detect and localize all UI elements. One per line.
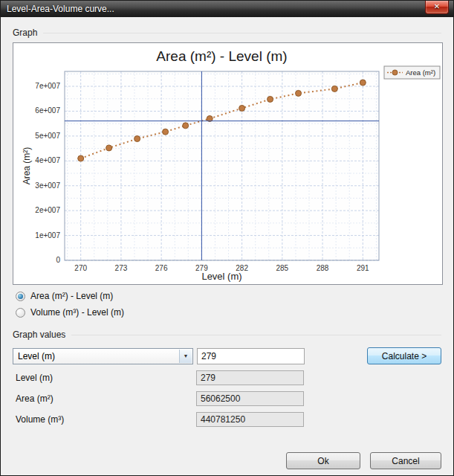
- legend-marker-icon: [392, 70, 398, 75]
- group-rule: [71, 335, 441, 335]
- x-tick-label: 276: [155, 264, 168, 272]
- area-level-chart[interactable]: 27027327627928228528829101e+0072e+0073e+…: [13, 43, 442, 284]
- graph-group-label: Graph: [13, 28, 37, 38]
- radio-volume-level-label: Volume (m³) - Level (m): [30, 307, 124, 318]
- dialog-footer: Ok Cancel: [286, 452, 441, 469]
- x-tick-label: 288: [317, 264, 329, 272]
- result-area-label: Area (m²): [13, 393, 196, 404]
- chart-canvas[interactable]: 27027327627928228528829101e+0072e+0073e+…: [13, 42, 443, 285]
- graph-values-label: Graph values: [13, 329, 65, 340]
- x-tick-label: 273: [115, 264, 128, 272]
- parameter-select[interactable]: Level (m) ▼: [13, 348, 193, 364]
- y-axis-label: Area (m²): [22, 147, 32, 185]
- close-button[interactable]: ✕: [425, 1, 449, 14]
- calculate-button[interactable]: Calculate >: [367, 347, 441, 364]
- chevron-down-icon: ▼: [179, 350, 192, 363]
- chart-marker: [360, 80, 366, 86]
- y-tick-label: 5e+007: [35, 132, 60, 140]
- chart-marker: [239, 105, 245, 111]
- dialog-window: Level-Area-Volume curve... ✕ Graph 27027…: [0, 0, 454, 476]
- plot-area: [65, 71, 379, 260]
- calculate-row: Level (m) ▼ Calculate >: [13, 347, 441, 364]
- x-tick-label: 270: [74, 264, 87, 272]
- chart-marker: [296, 90, 302, 96]
- chart-marker: [183, 123, 189, 129]
- value-input[interactable]: [197, 348, 305, 364]
- result-level-value: 279: [196, 370, 304, 385]
- x-tick-label: 291: [357, 264, 369, 272]
- chart-title: Area (m²) - Level (m): [156, 48, 287, 64]
- radio-button-icon: [16, 308, 25, 318]
- dialog-content: Graph 27027327627928228528829101e+0072e+…: [1, 17, 453, 476]
- chart-marker: [331, 86, 337, 91]
- titlebar[interactable]: Level-Area-Volume curve... ✕: [1, 1, 453, 17]
- x-axis-label: Level (m): [201, 271, 241, 282]
- result-row-level: Level (m) 279: [13, 370, 441, 385]
- cancel-button[interactable]: Cancel: [370, 452, 441, 469]
- y-tick-label: 4e+007: [35, 156, 60, 164]
- y-tick-label: 6e+007: [35, 106, 60, 115]
- parameter-select-value: Level (m): [18, 351, 55, 361]
- group-rule: [43, 33, 441, 33]
- y-tick-label: 7e+007: [35, 82, 60, 90]
- chart-marker: [163, 129, 169, 135]
- chart-marker: [106, 145, 112, 151]
- result-row-volume: Volume (m³) 440781250: [13, 412, 441, 427]
- y-tick-label: 1e+007: [35, 231, 60, 239]
- result-volume-label: Volume (m³): [13, 414, 196, 425]
- radio-button-icon: [16, 292, 25, 301]
- result-level-label: Level (m): [13, 373, 196, 383]
- radio-volume-level[interactable]: Volume (m³) - Level (m): [16, 307, 441, 318]
- close-icon: ✕: [434, 2, 440, 10]
- radio-area-level-label: Area (m²) - Level (m): [30, 291, 113, 301]
- y-tick-label: 2e+007: [35, 206, 60, 214]
- x-tick-label: 285: [276, 264, 289, 272]
- graph-group-heading: Graph: [13, 28, 441, 38]
- chart-marker: [134, 136, 140, 142]
- legend-label: Area (m²): [406, 68, 435, 77]
- y-tick-label: 0: [56, 256, 60, 264]
- chart-marker: [267, 96, 273, 102]
- y-tick-label: 3e+007: [35, 181, 60, 190]
- result-row-area: Area (m²) 56062500: [13, 391, 441, 406]
- window-title: Level-Area-Volume curve...: [7, 4, 114, 14]
- chart-marker: [78, 155, 84, 161]
- graph-values-heading: Graph values: [13, 329, 441, 340]
- radio-dot: [18, 294, 23, 299]
- radio-area-level[interactable]: Area (m²) - Level (m): [16, 291, 441, 301]
- result-area-value: 56062500: [196, 391, 304, 406]
- result-volume-value: 440781250: [196, 412, 304, 427]
- ok-button[interactable]: Ok: [286, 452, 360, 469]
